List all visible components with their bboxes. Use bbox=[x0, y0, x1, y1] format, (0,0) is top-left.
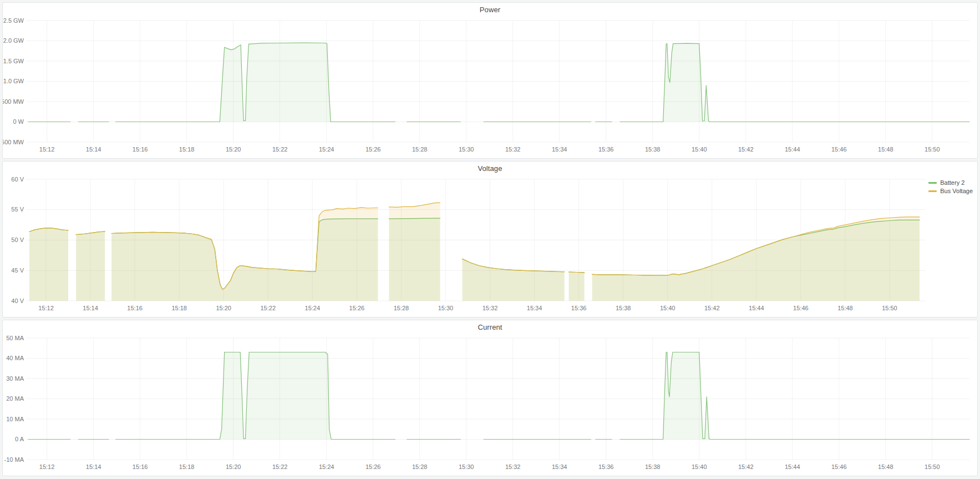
legend-item-bus-voltage[interactable]: Bus Voltage bbox=[928, 188, 973, 194]
svg-text:0 A: 0 A bbox=[15, 436, 24, 442]
legend-swatch-battery-2-icon bbox=[928, 182, 937, 184]
chart-canvas: 15:1215:1415:1615:1815:2015:2215:2415:26… bbox=[3, 16, 977, 157]
svg-text:15:30: 15:30 bbox=[438, 305, 454, 311]
panel-title-voltage: Voltage bbox=[478, 164, 502, 173]
svg-text:15:20: 15:20 bbox=[226, 463, 241, 470]
svg-text:40 MA: 40 MA bbox=[6, 355, 24, 361]
svg-text:15:40: 15:40 bbox=[660, 305, 676, 311]
panel-title-power: Power bbox=[480, 6, 500, 14]
svg-text:15:50: 15:50 bbox=[882, 305, 897, 311]
svg-text:15:42: 15:42 bbox=[738, 146, 754, 153]
svg-text:15:22: 15:22 bbox=[272, 463, 288, 470]
panel-voltage-header[interactable]: Voltage bbox=[3, 162, 977, 175]
svg-text:-10 MA: -10 MA bbox=[4, 456, 24, 463]
svg-text:15:34: 15:34 bbox=[527, 305, 542, 311]
svg-text:15:14: 15:14 bbox=[86, 463, 101, 470]
dashboard: Power 15:1215:1415:1615:1815:2015:2215:2… bbox=[0, 0, 980, 478]
legend-swatch-bus-voltage-icon bbox=[928, 190, 937, 192]
svg-text:60 V: 60 V bbox=[11, 176, 24, 183]
svg-text:15:18: 15:18 bbox=[179, 463, 195, 470]
svg-text:50 V: 50 V bbox=[11, 236, 24, 243]
svg-text:-500 MW: -500 MW bbox=[3, 139, 24, 145]
svg-text:15:32: 15:32 bbox=[505, 146, 521, 153]
svg-text:1.5 GW: 1.5 GW bbox=[3, 58, 24, 64]
svg-text:15:42: 15:42 bbox=[704, 305, 720, 311]
svg-text:0 W: 0 W bbox=[13, 118, 24, 125]
svg-text:30 MA: 30 MA bbox=[6, 375, 24, 382]
panel-current-header[interactable]: Current bbox=[3, 320, 977, 334]
svg-text:15:44: 15:44 bbox=[785, 146, 800, 153]
panel-power: Power 15:1215:1415:1615:1815:2015:2215:2… bbox=[2, 2, 978, 159]
svg-text:40 V: 40 V bbox=[11, 298, 24, 304]
svg-text:15:16: 15:16 bbox=[133, 146, 148, 153]
svg-text:15:34: 15:34 bbox=[552, 463, 567, 470]
svg-text:15:28: 15:28 bbox=[394, 305, 409, 311]
legend-item-battery-2[interactable]: Battery 2 bbox=[928, 179, 973, 186]
svg-text:15:48: 15:48 bbox=[878, 146, 893, 153]
svg-text:15:20: 15:20 bbox=[226, 146, 241, 153]
legend-label-bus-voltage: Bus Voltage bbox=[940, 188, 973, 194]
svg-text:15:24: 15:24 bbox=[305, 305, 321, 311]
svg-text:15:14: 15:14 bbox=[83, 305, 98, 311]
svg-text:10 MA: 10 MA bbox=[6, 416, 24, 422]
voltage-chart[interactable]: Battery 2 Bus Voltage 15:1215:1415:1615:… bbox=[3, 175, 977, 316]
svg-text:15:50: 15:50 bbox=[925, 463, 940, 470]
svg-text:15:22: 15:22 bbox=[272, 146, 288, 153]
svg-text:15:26: 15:26 bbox=[349, 305, 365, 311]
panel-power-header[interactable]: Power bbox=[3, 3, 977, 16]
svg-text:15:42: 15:42 bbox=[738, 463, 754, 470]
chart-canvas: 15:1215:1415:1615:1815:2015:2215:2415:26… bbox=[3, 334, 977, 475]
svg-text:15:48: 15:48 bbox=[837, 305, 853, 311]
voltage-legend: Battery 2 Bus Voltage bbox=[928, 179, 973, 194]
svg-text:15:18: 15:18 bbox=[171, 305, 187, 311]
svg-text:15:32: 15:32 bbox=[483, 305, 498, 311]
panel-voltage: Voltage Battery 2 Bus Voltage 15:1215:14… bbox=[2, 161, 978, 317]
panel-title-current: Current bbox=[478, 323, 502, 331]
svg-text:50 MA: 50 MA bbox=[6, 335, 24, 341]
power-chart[interactable]: 15:1215:1415:1615:1815:2015:2215:2415:26… bbox=[3, 16, 977, 157]
svg-text:15:38: 15:38 bbox=[645, 146, 661, 153]
svg-text:15:40: 15:40 bbox=[692, 146, 707, 153]
svg-text:15:12: 15:12 bbox=[39, 146, 55, 153]
svg-text:2.5 GW: 2.5 GW bbox=[3, 17, 24, 24]
svg-text:15:44: 15:44 bbox=[785, 463, 800, 470]
svg-text:15:32: 15:32 bbox=[505, 463, 521, 470]
svg-text:15:16: 15:16 bbox=[133, 463, 148, 470]
chart-canvas: 15:1215:1415:1615:1815:2015:2215:2415:26… bbox=[3, 175, 977, 316]
current-chart[interactable]: 15:1215:1415:1615:1815:2015:2215:2415:26… bbox=[3, 334, 977, 475]
svg-text:15:36: 15:36 bbox=[598, 146, 614, 153]
svg-text:15:46: 15:46 bbox=[793, 305, 809, 311]
svg-text:55 V: 55 V bbox=[11, 206, 24, 213]
svg-text:15:30: 15:30 bbox=[459, 463, 474, 470]
svg-text:20 MA: 20 MA bbox=[6, 395, 24, 402]
svg-text:15:28: 15:28 bbox=[412, 463, 428, 470]
svg-text:15:14: 15:14 bbox=[86, 146, 101, 153]
svg-text:15:22: 15:22 bbox=[261, 305, 276, 311]
svg-text:15:12: 15:12 bbox=[39, 463, 55, 470]
svg-text:15:50: 15:50 bbox=[925, 146, 940, 153]
svg-text:15:38: 15:38 bbox=[616, 305, 631, 311]
legend-label-battery-2: Battery 2 bbox=[940, 179, 964, 186]
svg-text:15:48: 15:48 bbox=[878, 463, 893, 470]
svg-text:15:26: 15:26 bbox=[365, 463, 381, 470]
svg-text:15:36: 15:36 bbox=[571, 305, 587, 311]
svg-text:15:40: 15:40 bbox=[692, 463, 707, 470]
svg-text:2.0 GW: 2.0 GW bbox=[3, 37, 24, 44]
svg-text:15:36: 15:36 bbox=[598, 463, 614, 470]
svg-text:15:38: 15:38 bbox=[645, 463, 661, 470]
svg-text:15:28: 15:28 bbox=[412, 146, 428, 153]
svg-text:15:46: 15:46 bbox=[831, 463, 847, 470]
svg-text:15:44: 15:44 bbox=[749, 305, 764, 311]
svg-text:15:24: 15:24 bbox=[319, 146, 334, 153]
svg-text:15:26: 15:26 bbox=[365, 146, 381, 153]
svg-text:15:46: 15:46 bbox=[831, 146, 847, 153]
svg-text:15:16: 15:16 bbox=[127, 305, 143, 311]
svg-text:1.0 GW: 1.0 GW bbox=[3, 78, 24, 84]
svg-text:15:20: 15:20 bbox=[216, 305, 231, 311]
svg-text:15:34: 15:34 bbox=[552, 146, 567, 153]
svg-text:15:12: 15:12 bbox=[38, 305, 54, 311]
svg-text:500 MW: 500 MW bbox=[3, 98, 24, 105]
svg-text:15:30: 15:30 bbox=[459, 146, 474, 153]
svg-text:15:24: 15:24 bbox=[319, 463, 334, 470]
svg-text:15:18: 15:18 bbox=[179, 146, 195, 153]
